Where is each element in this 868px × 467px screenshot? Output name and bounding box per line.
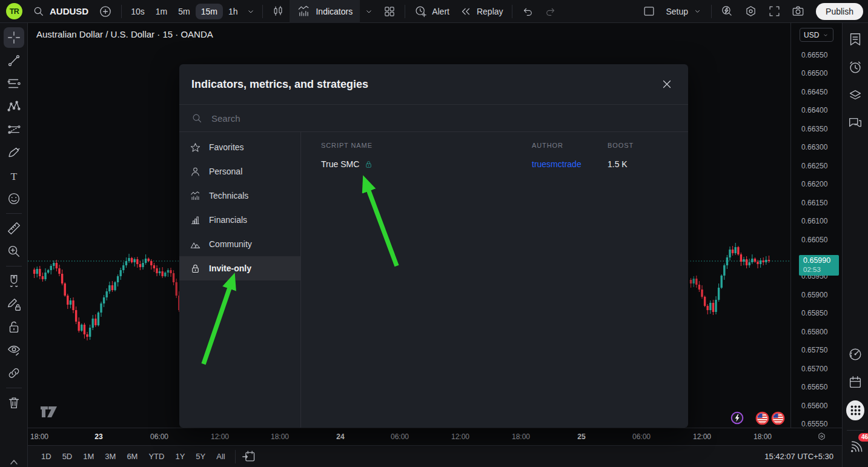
layout-setup-button[interactable]: Setup [661, 4, 707, 19]
us-flag-event-icon[interactable] [755, 411, 769, 428]
range-button-6m[interactable]: 6M [122, 449, 142, 463]
time-tick-label: 12:00 [211, 432, 229, 441]
trend-line-tool[interactable] [4, 50, 24, 71]
watchlist-button[interactable] [846, 30, 864, 48]
time-axis[interactable]: 18:002306:0012:0018:002406:0012:0018:002… [28, 428, 842, 445]
object-tree-button[interactable] [846, 86, 864, 104]
data-window-button[interactable] [846, 345, 864, 363]
calendar-button[interactable] [846, 373, 864, 391]
hide-all-tool[interactable] [4, 340, 24, 360]
interval-10s[interactable]: 10s [125, 4, 150, 19]
chart-style-button[interactable] [267, 2, 290, 21]
create-alert-button[interactable]: Alert [409, 2, 454, 21]
layers-icon [847, 87, 863, 103]
magnet-tool[interactable] [4, 271, 24, 291]
camera-icon [791, 4, 805, 18]
time-tick-label: 18:00 [30, 432, 48, 441]
nav-item-personal[interactable]: Personal [179, 159, 300, 184]
replay-button[interactable]: Replay [454, 2, 508, 21]
symbol-search-button[interactable]: AUDUSD [27, 2, 93, 21]
dialog-search-row [179, 105, 688, 132]
chart-settings-button[interactable] [739, 2, 763, 21]
nav-item-technicals[interactable]: Technicals [179, 184, 300, 208]
alarm-clock-icon [847, 59, 863, 75]
time-tick-label: 25 [577, 432, 585, 441]
axis-settings-button[interactable] [817, 431, 827, 444]
col-boost: BOOST [608, 142, 672, 149]
fullscreen-button[interactable] [763, 2, 786, 21]
lock-all-tool[interactable] [4, 317, 24, 337]
remove-all-tool[interactable] [4, 392, 24, 413]
range-button-5y[interactable]: 5Y [191, 449, 210, 463]
indicators-templates-chevron-icon[interactable] [363, 6, 374, 17]
brush-tool[interactable] [4, 142, 24, 163]
undo-button[interactable] [516, 2, 539, 21]
interval-15m[interactable]: 15m [196, 4, 223, 19]
news-stream-button[interactable]: 46 [846, 438, 864, 456]
script-author-link[interactable]: truesmctrade [532, 159, 608, 169]
text-tool[interactable]: T [4, 165, 24, 186]
drawing-mode-tool[interactable] [4, 294, 24, 314]
divider [847, 430, 864, 431]
nav-item-invite-only[interactable]: Invite-only [179, 256, 300, 280]
go-to-date-button[interactable] [240, 448, 257, 465]
table-row[interactable]: True SMC truesmctrade 1.5 K [321, 159, 672, 169]
zoom-in-icon [6, 243, 22, 259]
layout-panel-button[interactable] [637, 2, 661, 21]
interval-1m[interactable]: 1m [150, 4, 173, 19]
sync-drawings-tool[interactable] [4, 363, 24, 383]
ruler-tool[interactable] [4, 218, 24, 239]
tradingview-watermark-icon[interactable] [40, 406, 58, 420]
quick-search-button[interactable] [715, 2, 739, 21]
price-scale[interactable]: USD 0.665500.665000.664500.664000.663500… [790, 23, 842, 428]
session-clock[interactable]: 15:42:07 UTC+5:30 [764, 452, 833, 461]
crosshair-tool[interactable] [4, 27, 24, 48]
nav-item-community[interactable]: Community [179, 232, 300, 256]
range-button-all[interactable]: All [211, 449, 230, 463]
indicator-templates-button[interactable] [378, 2, 401, 21]
price-tick-label: 0.66350 [801, 124, 827, 134]
economic-event-icon[interactable] [731, 411, 744, 427]
indicators-icon [297, 4, 311, 18]
chart-legend-title[interactable]: Australian Dollar / U.S. Dollar · 15 · O… [36, 29, 213, 39]
time-tick-label: 18:00 [512, 432, 530, 441]
interval-5m[interactable]: 5m [173, 4, 195, 19]
redo-button[interactable] [539, 2, 562, 21]
range-button-5d[interactable]: 5D [58, 449, 78, 463]
toolbar-collapse-icon[interactable] [9, 459, 19, 466]
price-tick-label: 0.66100 [801, 216, 827, 226]
projection-tool[interactable] [4, 119, 24, 140]
range-button-1d[interactable]: 1D [36, 449, 56, 463]
pattern-tool[interactable] [4, 96, 24, 117]
us-flag-event-icon[interactable] [771, 411, 785, 428]
range-button-ytd[interactable]: YTD [144, 449, 169, 463]
close-button[interactable] [658, 75, 676, 93]
range-button-1y[interactable]: 1Y [170, 449, 190, 463]
price-tick-label: 0.65650 [801, 382, 827, 392]
interval-1h[interactable]: 1h [223, 4, 244, 19]
price-tick-label: 0.66050 [801, 235, 827, 245]
replay-rewind-icon [459, 5, 472, 18]
chat-button[interactable] [846, 114, 864, 132]
emoji-tool[interactable] [4, 188, 24, 209]
snapshot-button[interactable] [786, 2, 810, 21]
nav-item-financials[interactable]: Financials [179, 208, 300, 232]
compare-add-button[interactable] [93, 2, 118, 21]
divider [6, 213, 22, 214]
text-icon: T [6, 168, 22, 184]
zoom-in-tool[interactable] [4, 241, 24, 262]
publish-button[interactable]: Publish [816, 3, 863, 20]
divider [711, 5, 712, 18]
intervals-chevron-icon[interactable] [245, 6, 256, 17]
range-button-1m[interactable]: 1M [78, 449, 99, 463]
time-tick-label: 06:00 [391, 432, 409, 441]
apps-button[interactable] [846, 401, 864, 419]
broker-logo[interactable]: TR [6, 3, 22, 19]
nav-item-favorites[interactable]: Favorites [179, 135, 300, 159]
indicators-button[interactable]: Indicators [290, 0, 360, 23]
fib-retracement-tool[interactable] [4, 73, 24, 94]
range-button-3m[interactable]: 3M [100, 449, 121, 463]
currency-selector[interactable]: USD [800, 28, 833, 42]
search-input[interactable] [210, 113, 677, 124]
alerts-button[interactable] [846, 58, 864, 76]
